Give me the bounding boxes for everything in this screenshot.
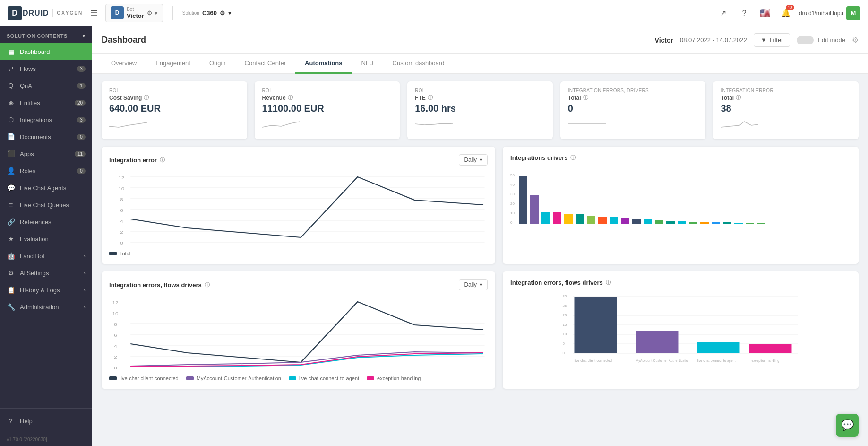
kpi-value-cost-saving: 640.00 EUR (109, 103, 240, 114)
administration-expand-icon[interactable]: › (84, 304, 86, 310)
tab-automations[interactable]: Automations (295, 54, 352, 74)
bot-settings-icon[interactable]: ⚙ (147, 9, 153, 17)
sidebar-item-evaluation[interactable]: ★ Evaluation (0, 230, 92, 247)
language-flag[interactable]: 🇺🇸 (757, 6, 773, 21)
svg-rect-35 (598, 217, 607, 224)
bot-dropdown-icon[interactable]: ▾ (155, 9, 158, 17)
info-icon-3[interactable]: ⓘ (428, 94, 433, 101)
tab-nlu[interactable]: NLU (352, 54, 383, 74)
sidebar-label-evaluation: Evaluation (20, 236, 49, 243)
legend-live-chat-client: live-chat-client-connected (109, 376, 179, 381)
druid-d-icon: D (8, 6, 22, 20)
sparkline-svg-5 (721, 117, 758, 131)
sidebar-bottom: ? Help (0, 408, 92, 433)
sidebar-item-integrations[interactable]: ⬡ Integrations 3 (0, 111, 92, 128)
sidebar-label-live-chat-agents: Live Chat Agents (20, 184, 66, 192)
history-logs-icon: 📋 (7, 286, 15, 294)
svg-rect-32 (564, 214, 573, 224)
sidebar-item-apps[interactable]: ⬛ Apps 11 (0, 145, 92, 162)
evaluation-icon: ★ (7, 235, 15, 243)
daily-dropdown-icon-2: ▾ (480, 281, 482, 288)
kpi-sparkline-2 (262, 117, 393, 132)
int-errors-flows-svg: 08/07/2022 09/07/2022 10/07/2022 11/07/2… (109, 296, 488, 372)
land-bot-expand-icon[interactable]: › (84, 253, 86, 259)
sidebar-collapse-icon[interactable]: ▾ (82, 32, 86, 39)
toggle-switch[interactable] (797, 36, 814, 44)
solution-settings-icon[interactable]: ⚙ (220, 9, 225, 17)
sidebar-item-administration[interactable]: 🔧 Administration › (0, 298, 92, 315)
sidebar-item-dashboard[interactable]: ▦ Dashboard (0, 43, 92, 60)
history-logs-expand-icon[interactable]: › (84, 287, 86, 293)
notifications-bell[interactable]: 🔔 13 (778, 6, 793, 21)
svg-rect-30 (541, 212, 550, 224)
filter-button[interactable]: ▼ Filter (754, 33, 791, 47)
dashboard-settings-icon[interactable]: ⚙ (852, 35, 859, 44)
sidebar-item-flows[interactable]: ⇄ Flows 3 (0, 60, 92, 77)
sidebar: Solution Contents ▾ ▦ Dashboard ⇄ Flows … (0, 26, 92, 446)
user-avatar: M (846, 6, 860, 20)
info-icon-4[interactable]: ⓘ (583, 94, 588, 101)
tab-origin[interactable]: Origin (200, 54, 235, 74)
sidebar-item-qna[interactable]: Q QnA 1 (0, 77, 92, 94)
tab-overview[interactable]: Overview (102, 54, 146, 74)
daily-select-1[interactable]: Daily ▾ (459, 154, 488, 166)
sidebar-label-all-settings: AllSettings (20, 270, 49, 277)
sidebar-item-live-chat-queues[interactable]: ≡ Live Chat Queues (0, 196, 92, 213)
info-icon-5[interactable]: ⓘ (736, 94, 741, 101)
tab-contact-center[interactable]: Contact Center (235, 54, 295, 74)
hamburger-menu[interactable]: ☰ (90, 8, 98, 18)
int-errors-flows-bar-info-icon[interactable]: ⓘ (606, 279, 611, 286)
sidebar-item-history-logs[interactable]: 📋 History & Logs › (0, 281, 92, 298)
svg-text:0: 0 (114, 366, 117, 370)
tab-custom-dashboard[interactable]: Custom dashboard (383, 54, 454, 74)
daily-select-2[interactable]: Daily ▾ (459, 279, 488, 290)
int-drivers-info-icon[interactable]: ⓘ (570, 154, 576, 161)
legend-exception: exception-handling (367, 376, 421, 381)
svg-rect-42 (678, 221, 686, 224)
svg-text:50: 50 (510, 173, 515, 177)
sidebar-label-help: Help (20, 418, 33, 425)
help-icon[interactable]: ? (737, 6, 752, 21)
integrations-icon: ⬡ (7, 116, 15, 123)
sidebar-item-references[interactable]: 🔗 References (0, 213, 92, 230)
svg-text:0: 0 (563, 351, 565, 355)
sidebar-item-documents[interactable]: 📄 Documents 0 (0, 128, 92, 145)
svg-text:10/07/2022: 10/07/2022 (231, 371, 256, 372)
info-icon-1[interactable]: ⓘ (144, 94, 149, 101)
dashboard-content: ROI Cost Saving ⓘ 640.00 EUR ROI Revenue… (92, 74, 868, 446)
bot-info-panel[interactable]: D Bot Victor ⚙ ▾ (105, 4, 163, 23)
druid-wordmark: DRUID (23, 9, 49, 17)
sidebar-item-entities[interactable]: ◈ Entities 20 (0, 94, 92, 111)
sidebar-item-all-settings[interactable]: ⚙ AllSettings › (0, 264, 92, 281)
int-error-info-icon[interactable]: ⓘ (160, 157, 165, 164)
svg-text:25: 25 (563, 304, 567, 308)
sidebar-item-help[interactable]: ? Help (0, 412, 92, 429)
bot-name: Victor (127, 12, 144, 20)
bot-actions[interactable]: ⚙ ▾ (147, 9, 158, 17)
chat-widget-button[interactable]: 💬 (836, 414, 859, 437)
svg-text:MyAccount-Customer-Authenticat: MyAccount-Customer-Authentication (636, 359, 690, 363)
sidebar-label-dashboard: Dashboard (20, 48, 50, 55)
all-settings-expand-icon[interactable]: › (84, 270, 86, 276)
solution-info[interactable]: Solution C360 ⚙ ▾ (182, 9, 232, 17)
user-info[interactable]: druid1\mihail.lupu M (799, 6, 860, 20)
sidebar-item-live-chat-agents[interactable]: 💬 Live Chat Agents (0, 179, 92, 196)
solution-dropdown-icon[interactable]: ▾ (228, 9, 232, 17)
version-label: v1.70.0 [20220630] (0, 433, 92, 446)
info-icon-2[interactable]: ⓘ (288, 94, 293, 101)
sidebar-item-land-bot[interactable]: 🤖 Land Bot › (0, 247, 92, 264)
int-errors-flows-chart-area: 08/07/2022 09/07/2022 10/07/2022 11/07/2… (109, 296, 488, 372)
edit-mode-toggle[interactable]: Edit mode (797, 36, 845, 44)
kpi-sublabel-int-total-1: Total ⓘ (568, 94, 698, 101)
share-icon[interactable]: ↗ (716, 6, 731, 21)
sidebar-item-roles[interactable]: 👤 Roles 0 (0, 162, 92, 179)
int-errors-flows-bar-svg: 0 5 10 15 20 25 30 (510, 292, 851, 367)
kpi-row: ROI Cost Saving ⓘ 640.00 EUR ROI Revenue… (102, 81, 859, 139)
integrations-drivers-chart: Integrations drivers ⓘ 0 10 20 30 40 50 (503, 147, 859, 264)
svg-rect-38 (632, 219, 641, 224)
int-errors-flows-info-icon[interactable]: ⓘ (205, 281, 210, 289)
solution-label: Solution (182, 10, 199, 16)
help-sidebar-icon: ? (7, 417, 15, 425)
entities-badge: 20 (75, 100, 86, 106)
tab-engagement[interactable]: Engagement (146, 54, 200, 74)
